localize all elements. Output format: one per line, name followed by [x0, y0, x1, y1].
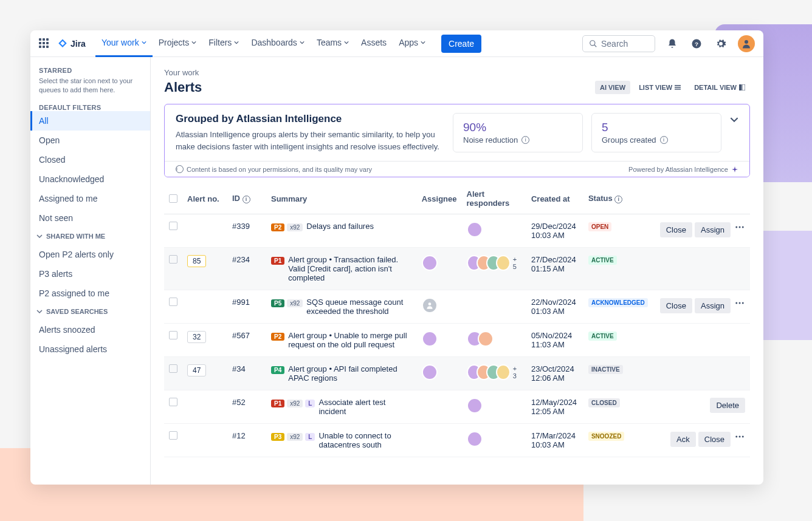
row-checkbox[interactable]: [169, 398, 177, 406]
sidebar-saved-toggle[interactable]: SAVED SEARCHES: [30, 303, 150, 320]
settings-icon[interactable]: [714, 36, 728, 51]
chevron-down-icon: [344, 40, 349, 45]
search-input[interactable]: Search: [582, 35, 655, 52]
avatar: [478, 331, 494, 347]
responder-avatars[interactable]: [467, 222, 521, 237]
col-assignee[interactable]: Assignee: [417, 183, 462, 214]
row-checkbox[interactable]: [169, 431, 177, 440]
avatar-icon: [741, 38, 752, 49]
close-button[interactable]: Close: [660, 298, 692, 313]
select-all-checkbox[interactable]: [169, 194, 177, 203]
svg-text:?: ?: [695, 40, 698, 47]
jira-logo[interactable]: Jira: [57, 38, 86, 49]
sidebar-item[interactable]: Closed: [30, 150, 150, 169]
sidebar-item[interactable]: Not seen: [30, 208, 150, 228]
view-detail[interactable]: DETAIL VIEW: [689, 81, 750, 94]
col-status[interactable]: Status i: [583, 183, 653, 214]
delete-button[interactable]: Delete: [710, 398, 745, 413]
panel-collapse[interactable]: [730, 113, 738, 152]
nav-assets[interactable]: Assets: [355, 30, 393, 57]
col-created[interactable]: Created at: [526, 183, 583, 214]
col-alertno[interactable]: Alert no.: [182, 183, 227, 214]
notifications-icon[interactable]: [665, 36, 680, 51]
view-list[interactable]: LIST VIEW: [634, 81, 686, 94]
responder-avatars[interactable]: [467, 398, 521, 414]
status-badge: ACTIVE: [588, 332, 617, 341]
more-actions-icon[interactable]: [734, 298, 745, 308]
assign-button[interactable]: Assign: [695, 222, 731, 237]
row-checkbox[interactable]: [169, 364, 177, 373]
row-checkbox[interactable]: [169, 331, 177, 339]
topbar: Jira Your workProjectsFiltersDashboardsT…: [30, 30, 763, 57]
count-badge: x92: [287, 223, 303, 231]
help-icon[interactable]: ?: [689, 36, 704, 51]
info-icon[interactable]: i: [660, 136, 668, 144]
row-checkbox[interactable]: [169, 298, 177, 306]
alert-summary[interactable]: Alert group • Unable to merge pull reque…: [288, 331, 411, 349]
created-date: 17/Mar/2024 10:03 AM: [526, 424, 583, 457]
created-date: 27/Dec/2024 01:15 AM: [526, 248, 583, 290]
col-responders[interactable]: Alert responders: [462, 183, 526, 214]
info-icon[interactable]: i: [521, 136, 529, 144]
assignee-avatar[interactable]: [422, 255, 438, 271]
alert-summary[interactable]: Alert group • API fail completed APAC re…: [288, 364, 411, 383]
alerts-table: Alert no. ID i Summary Assignee Alert re…: [164, 183, 750, 457]
created-date: 23/Oct/2024 12:06 AM: [526, 357, 583, 390]
status-badge: SNOOZED: [588, 432, 624, 441]
view-ai[interactable]: AI VIEW: [595, 81, 630, 94]
sidebar-item[interactable]: Open P2 alerts only: [30, 245, 150, 264]
assign-button[interactable]: Assign: [695, 298, 731, 313]
alert-summary[interactable]: Delays and failures: [306, 222, 374, 231]
sidebar-item[interactable]: Open: [30, 131, 150, 150]
svg-rect-7: [675, 89, 681, 90]
user-avatar[interactable]: [738, 35, 755, 52]
detail-icon: [739, 84, 745, 90]
create-button[interactable]: Create: [441, 35, 481, 53]
close-button[interactable]: Close: [660, 222, 692, 237]
col-id[interactable]: ID i: [227, 183, 266, 214]
nav-apps[interactable]: Apps: [393, 30, 432, 57]
svg-point-10: [735, 226, 737, 228]
more-actions-icon[interactable]: [734, 222, 745, 233]
ack-button[interactable]: Ack: [670, 432, 696, 447]
sidebar-item[interactable]: Unacknowledged: [30, 169, 150, 189]
nav-projects[interactable]: Projects: [153, 30, 203, 57]
close-button[interactable]: Close: [698, 432, 731, 447]
responder-avatars[interactable]: + 5: [467, 255, 521, 271]
alert-summary[interactable]: Associate alert test incident: [318, 398, 411, 416]
sidebar-starred-head: STARRED: [30, 67, 150, 74]
sidebar-item[interactable]: All: [30, 111, 150, 131]
assignee-avatar[interactable]: [422, 298, 438, 313]
sidebar-shared-toggle[interactable]: SHARED WITH ME: [30, 228, 150, 245]
assignee-avatar[interactable]: [422, 364, 438, 380]
sidebar-item[interactable]: Assigned to me: [30, 189, 150, 208]
info-icon[interactable]: i: [243, 196, 250, 203]
col-summary[interactable]: Summary: [266, 183, 417, 214]
alert-id: #52: [227, 390, 266, 424]
row-checkbox[interactable]: [169, 255, 177, 264]
responder-avatars[interactable]: [467, 331, 521, 347]
responder-avatars[interactable]: + 3: [467, 364, 521, 380]
alert-id: #234: [227, 248, 266, 290]
alert-summary[interactable]: SQS queue message count exceeded the thr…: [306, 298, 411, 316]
info-icon[interactable]: i: [614, 196, 622, 203]
table-row: 85 #234 P1Alert group • Transaction fail…: [164, 248, 750, 290]
nav-dashboards[interactable]: Dashboards: [245, 30, 311, 57]
sidebar-item[interactable]: Unassigned alerts: [30, 339, 150, 359]
nav-teams[interactable]: Teams: [311, 30, 355, 57]
more-actions-icon[interactable]: [734, 431, 745, 442]
row-checkbox[interactable]: [169, 222, 177, 230]
sidebar-item[interactable]: Alerts snoozed: [30, 320, 150, 339]
svg-rect-9: [742, 84, 745, 90]
nav-your-work[interactable]: Your work: [95, 30, 153, 57]
metric-groups: 5 Groups createdi: [591, 113, 721, 152]
app-switcher-icon[interactable]: [39, 38, 50, 49]
breadcrumb[interactable]: Your work: [164, 68, 750, 77]
responder-avatars[interactable]: [467, 431, 521, 447]
alert-summary[interactable]: Unable to connect to datacentres south: [318, 431, 411, 449]
assignee-avatar[interactable]: [422, 331, 438, 347]
alert-summary[interactable]: Alert group • Transaction failed. Valid …: [288, 255, 411, 282]
nav-filters[interactable]: Filters: [202, 30, 245, 57]
sidebar-item[interactable]: P3 alerts: [30, 264, 150, 284]
sidebar-item[interactable]: P2 assigned to me: [30, 284, 150, 303]
